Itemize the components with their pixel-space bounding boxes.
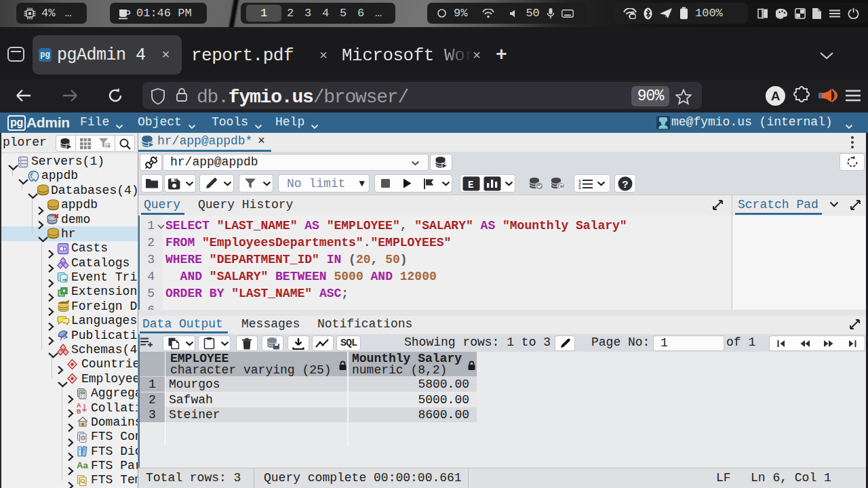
svg-text:E: E: [468, 179, 473, 190]
svg-text:?: ?: [623, 179, 629, 190]
svg-text:Aa: Aa: [77, 460, 88, 470]
svg-text:B: B: [77, 408, 81, 414]
svg-text:3: 3: [578, 186, 581, 189]
